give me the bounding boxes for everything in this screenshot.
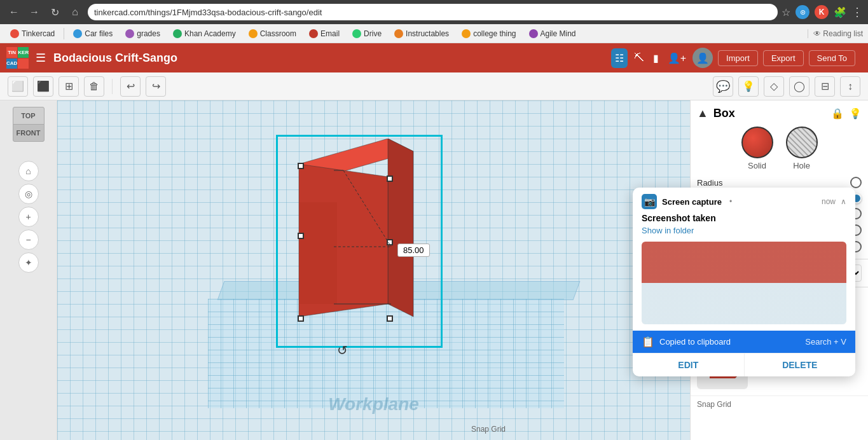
align-button[interactable]: ⊟: [815, 76, 835, 97]
send-to-button[interactable]: Send To: [809, 50, 855, 66]
bookmark-instructables[interactable]: Instructables: [389, 28, 454, 39]
solid-option[interactable]: Solid: [741, 127, 773, 170]
grid-view-button[interactable]: ☷: [611, 48, 628, 68]
bookmark-grades[interactable]: grades: [120, 28, 165, 39]
bookmark-dot: [10, 29, 19, 38]
user-plus-button[interactable]: 👤+: [665, 50, 689, 67]
select-tool-button[interactable]: ◯: [789, 76, 809, 97]
import-button[interactable]: Import: [718, 50, 758, 66]
shape-tool-button[interactable]: ◇: [764, 76, 784, 97]
3d-shape-container[interactable]: 85.00 ↺: [280, 139, 420, 344]
info-icon[interactable]: 💡: [849, 107, 862, 120]
logo-tin: TIN: [6, 47, 17, 58]
canvas[interactable]: 85.00 ↺ Workplane Snap Grid: [57, 100, 690, 440]
bookmark-drive[interactable]: Drive: [347, 28, 387, 39]
compass-icon: ✦: [25, 258, 32, 268]
mirror-button[interactable]: ↕: [840, 76, 860, 97]
bookmark-dot: [529, 29, 538, 38]
app-header: TIN KER CAD ☰ Bodacious Crift-Sango ☷ ⛏ …: [0, 43, 868, 72]
show-in-folder-link[interactable]: Show in folder: [633, 226, 855, 242]
comment-button[interactable]: 💬: [713, 76, 733, 97]
radius-input[interactable]: [850, 177, 862, 188]
menu-hamburger-button[interactable]: ☰: [33, 48, 48, 67]
rotate-handle[interactable]: ↺: [337, 343, 348, 358]
zoom-in-button[interactable]: +: [18, 207, 39, 227]
shape-info-header: ▲ Box 🔒 💡: [697, 107, 862, 120]
bookmark-dot: [309, 29, 318, 38]
bookmark-tinkercad[interactable]: Tinkercad: [5, 28, 60, 39]
bookmark-label: grades: [137, 29, 160, 38]
toolbar: ⬜ ⬛ ⊞ 🗑 ↩ ↪ 💬 💡 ◇ ◯ ⊟ ↕: [0, 72, 868, 100]
undo-button[interactable]: ↩: [120, 76, 141, 97]
user-avatar[interactable]: 👤: [692, 48, 713, 68]
panel-collapse-button[interactable]: ▲: [697, 107, 708, 120]
shape-type-selector: Solid Hole: [697, 127, 862, 170]
compass-button[interactable]: ✦: [18, 252, 39, 273]
logo-ker: KER: [18, 47, 29, 58]
clipboard-icon: 📋: [642, 336, 654, 348]
view-cube-front[interactable]: FRONT: [13, 124, 45, 142]
workplane-button[interactable]: ⬛: [33, 76, 53, 97]
extension-icon-puzzle[interactable]: 🧩: [834, 6, 846, 18]
zoom-out-icon: −: [25, 235, 31, 245]
bookmark-khan-academy[interactable]: Khan Academy: [168, 28, 241, 39]
target-icon: ◎: [25, 189, 32, 199]
bookmark-label: Tinkercad: [22, 29, 55, 38]
clipboard-label: Copied to clipboard: [659, 337, 731, 347]
redo-button[interactable]: ↪: [146, 76, 166, 97]
toolbar-separator: [112, 79, 113, 94]
delete-button[interactable]: 🗑: [84, 76, 104, 97]
screen-capture-icon: 📷: [642, 194, 657, 209]
star-icon[interactable]: ☆: [782, 6, 790, 18]
export-button[interactable]: Export: [763, 50, 804, 66]
hole-circle: [786, 127, 818, 158]
notif-expand-button[interactable]: ∧: [841, 197, 846, 206]
back-button[interactable]: ←: [5, 3, 23, 21]
new-shape-button[interactable]: ⬜: [8, 76, 28, 97]
bookmark-label: Classroom: [260, 29, 296, 38]
extension-icon-1[interactable]: ⊛: [796, 5, 809, 19]
bookmark-classroom[interactable]: Classroom: [244, 28, 301, 39]
browser-chrome: ← → ↻ ⌂ tinkercad.com/things/1FMjmd33qsa…: [0, 0, 868, 24]
view-cube[interactable]: TOP FRONT: [6, 107, 51, 151]
reading-list[interactable]: 👁 Reading list: [808, 29, 863, 38]
address-bar[interactable]: tinkercad.com/things/1FMjmd33qsa-bodacio…: [88, 4, 778, 20]
bookmark-email[interactable]: Email: [304, 28, 345, 39]
extension-icon-k[interactable]: K: [815, 5, 829, 19]
bookmark-college-thing[interactable]: college thing: [457, 28, 521, 39]
home-button[interactable]: ⌂: [66, 3, 84, 21]
bookmark-dot: [125, 29, 134, 38]
shape-action-icons: 🔒 💡: [831, 107, 862, 120]
edit-screenshot-button[interactable]: EDIT: [633, 354, 745, 376]
browser-actions: ☆ ⊛ K 🧩 ⋮: [782, 5, 863, 19]
notif-title: Screenshot taken: [633, 213, 855, 226]
bookmark-label: Agile Mind: [541, 29, 576, 38]
screenshot-notification: 📷 Screen capture • now ∧ Screenshot take…: [633, 188, 855, 376]
bookmark-dot: [249, 29, 258, 38]
bookmark-agile-mind[interactable]: Agile Mind: [524, 28, 581, 39]
bookmarks-bar: Tinkercad Car files grades Khan Academy …: [0, 24, 868, 43]
cube-button[interactable]: ▮: [651, 50, 661, 67]
shape-name: Box: [713, 107, 826, 120]
header-view-buttons: ☷ ⛏ ▮ 👤+ 👤: [611, 48, 713, 68]
hole-option[interactable]: Hole: [786, 127, 818, 170]
menu-icon[interactable]: ⋮: [851, 5, 863, 19]
home-view-button[interactable]: ⌂: [18, 161, 39, 181]
view-cube-top[interactable]: TOP: [13, 107, 45, 125]
bookmark-label: Khan Academy: [184, 29, 236, 38]
fit-view-button[interactable]: ◎: [18, 184, 39, 204]
zoom-in-icon: +: [25, 212, 31, 222]
pickaxe-button[interactable]: ⛏: [631, 50, 647, 66]
lock-icon[interactable]: 🔒: [831, 107, 844, 120]
delete-screenshot-button[interactable]: DELETE: [745, 354, 856, 376]
group-button[interactable]: ⊞: [59, 76, 79, 97]
forward-button[interactable]: →: [25, 3, 43, 21]
bookmark-car-files[interactable]: Car files: [68, 28, 118, 39]
clipboard-shortcut: Search + V: [805, 337, 846, 347]
snap-grid-label: Snap Grid: [697, 400, 731, 409]
light-button[interactable]: 💡: [738, 76, 759, 97]
bookmark-dot: [462, 29, 471, 38]
reload-button[interactable]: ↻: [46, 3, 64, 21]
zoom-out-button[interactable]: −: [18, 230, 39, 250]
url-text: tinkercad.com/things/1FMjmd33qsa-bodacio…: [94, 8, 322, 17]
